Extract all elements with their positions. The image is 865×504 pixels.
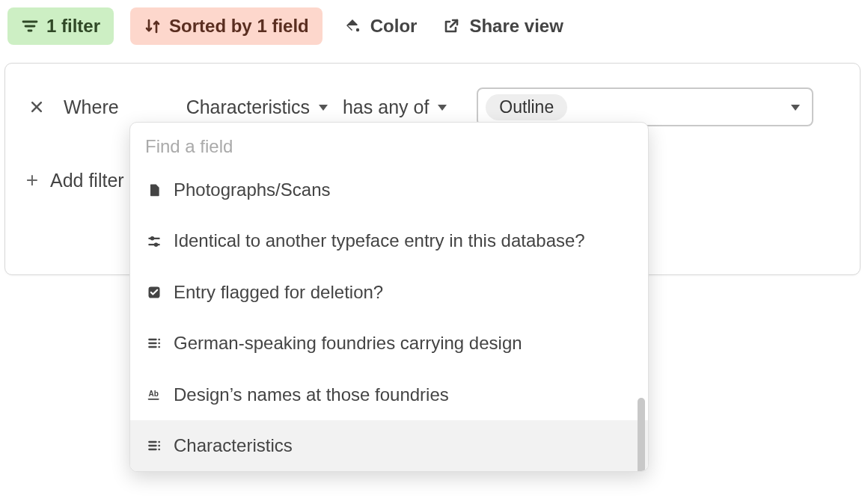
svg-point-16	[158, 346, 160, 348]
field-dropdown-label: Characteristics	[186, 96, 310, 118]
svg-point-24	[158, 449, 160, 451]
share-icon	[442, 17, 460, 35]
value-selector[interactable]: Outline	[477, 87, 813, 126]
field-option[interactable]: Characteristics	[130, 420, 648, 471]
scrollbar-thumb[interactable]	[638, 398, 645, 472]
remove-condition-button[interactable]	[25, 99, 49, 114]
caret-down-icon	[319, 105, 328, 111]
svg-point-14	[158, 339, 160, 341]
color-button-label: Color	[370, 16, 418, 37]
field-search-placeholder: Find a field	[145, 136, 233, 156]
filter-button[interactable]: 1 filter	[7, 7, 114, 45]
color-button[interactable]: Color	[339, 7, 422, 45]
paint-bucket-icon	[343, 17, 361, 35]
field-option[interactable]: German-speaking foundries carrying desig…	[130, 318, 648, 369]
svg-point-9	[155, 243, 157, 245]
field-search-input[interactable]: Find a field	[130, 123, 648, 165]
svg-point-22	[158, 441, 160, 443]
field-option-label: Identical to another typeface entry in t…	[174, 229, 633, 253]
field-option[interactable]: Identical to another typeface entry in t…	[130, 215, 648, 266]
sort-icon	[144, 17, 162, 35]
share-view-label: Share view	[469, 16, 563, 37]
svg-point-3	[356, 28, 359, 31]
svg-point-15	[158, 342, 160, 345]
field-option-label: Entry flagged for deletion?	[174, 280, 633, 304]
field-option[interactable]: Entry flagged for deletion?	[130, 267, 648, 318]
checkbox-icon	[145, 285, 163, 300]
share-view-button[interactable]: Share view	[438, 7, 567, 45]
operator-dropdown[interactable]: has any of	[343, 96, 447, 118]
plus-icon: +	[25, 168, 40, 192]
field-option-label: German-speaking foundries carrying desig…	[174, 331, 633, 355]
where-label: Where	[64, 96, 119, 118]
text-icon: Ab	[145, 387, 163, 402]
multiselect-icon	[145, 438, 163, 453]
operator-dropdown-label: has any of	[343, 96, 429, 118]
field-picker-popover: Find a field Photographs/ScansIdentical …	[129, 122, 649, 472]
field-dropdown[interactable]: Characteristics	[186, 96, 328, 118]
field-list: Photographs/ScansIdentical to another ty…	[130, 165, 648, 471]
svg-text:Ab: Ab	[149, 389, 159, 397]
field-option-label: Design’s names at those foundries	[174, 383, 633, 407]
caret-down-icon	[438, 105, 447, 111]
field-option-label: Characteristics	[174, 434, 633, 458]
field-option[interactable]: AbDesign’s names at those foundries	[130, 369, 648, 420]
caret-down-icon	[791, 105, 800, 111]
sliders-icon	[145, 234, 163, 249]
sort-button[interactable]: Sorted by 1 field	[130, 7, 323, 45]
filter-button-label: 1 filter	[46, 16, 100, 37]
field-option-label: Photographs/Scans	[174, 178, 633, 202]
attachment-icon	[145, 182, 163, 197]
sort-button-label: Sorted by 1 field	[169, 16, 309, 37]
multiselect-icon	[145, 336, 163, 351]
filter-condition-row: Where Characteristics has any of Outline	[25, 87, 840, 126]
value-chip: Outline	[486, 94, 567, 120]
svg-point-7	[151, 237, 153, 239]
add-filter-label: Add filter	[50, 170, 124, 191]
field-option[interactable]: Photographs/Scans	[130, 165, 648, 215]
svg-point-23	[158, 445, 160, 447]
view-toolbar: 1 filter Sorted by 1 field Color Share v…	[0, 0, 865, 57]
filter-icon	[21, 17, 39, 35]
